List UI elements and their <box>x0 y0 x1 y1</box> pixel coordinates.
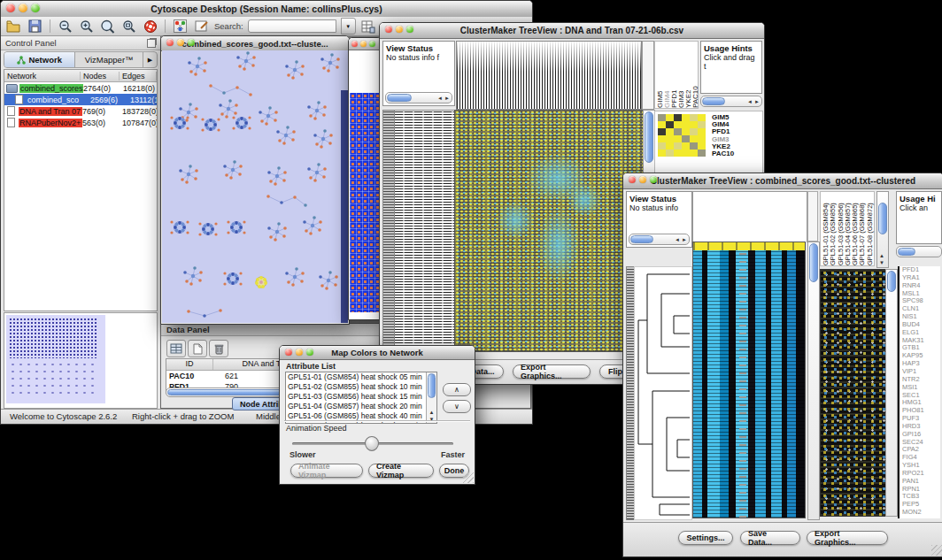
matrix-cell[interactable] <box>674 128 682 135</box>
gene-label[interactable]: MON2 <box>902 509 940 517</box>
scroll-left-icon[interactable]: ◄ <box>675 237 680 242</box>
matrix-cell[interactable] <box>682 128 690 135</box>
matrix-cell[interactable] <box>666 128 674 135</box>
matrix-cell[interactable] <box>690 135 698 142</box>
main-titlebar[interactable]: Cytoscape Desktop (Session Name: collins… <box>1 1 532 18</box>
tab-network[interactable]: Network <box>4 52 75 67</box>
matrix-cell[interactable] <box>690 150 698 157</box>
search-input[interactable] <box>248 19 336 33</box>
matrix-cell[interactable] <box>682 142 690 150</box>
matrix-cell[interactable] <box>690 128 698 135</box>
matrix-cell[interactable] <box>698 142 706 150</box>
scroll-thumb[interactable] <box>630 235 653 243</box>
delete-attribute-button[interactable] <box>209 340 228 357</box>
matrix-cell[interactable] <box>698 114 706 121</box>
tab-vizmapper[interactable]: VizMapper™ <box>75 52 143 67</box>
zoom-in-button[interactable] <box>78 19 95 35</box>
row-label[interactable]: PAC10 <box>712 150 734 157</box>
network-view-titlebar[interactable]: combined_scores_good.txt--cluste... <box>161 36 349 51</box>
view-status-hscrollbar[interactable]: ◄ ► <box>629 234 690 245</box>
column-edges[interactable]: Edges <box>120 72 157 81</box>
scroll-thumb[interactable] <box>878 203 887 234</box>
column-label[interactable]: PAC10 <box>692 43 699 108</box>
zoom-window-icon[interactable] <box>406 26 413 33</box>
matrix-cell[interactable] <box>674 121 682 128</box>
attribute-item[interactable]: GPL51-01 (GSM854) heat shock 05 min <box>286 372 436 382</box>
attribute-item[interactable]: GPL51-02 (GSM855) heat shock 10 min <box>286 382 436 392</box>
save-session-button[interactable] <box>27 19 43 35</box>
scroll-down-icon[interactable]: ▼ <box>879 260 884 265</box>
global-heatmap[interactable] <box>692 242 806 518</box>
scroll-left-icon[interactable]: ◄ <box>747 99 753 104</box>
matrix-cell[interactable] <box>666 114 674 121</box>
matrix-cell[interactable] <box>698 135 706 142</box>
minimize-icon[interactable] <box>296 349 303 356</box>
zoom-window-icon[interactable] <box>188 39 195 46</box>
close-icon[interactable] <box>385 26 392 33</box>
network-table-row[interactable]: combined_sco 2569(6) 13112(15) <box>4 94 157 105</box>
zoom-fit-button[interactable] <box>120 19 137 35</box>
attribute-browser-button[interactable] <box>360 19 377 35</box>
save-data-button[interactable]: Save Data... <box>740 531 800 545</box>
annotation-button[interactable] <box>193 19 210 35</box>
vizmapper-button[interactable] <box>172 19 189 35</box>
attribute-item[interactable]: GPL51-03 (GSM856) heat shock 15 min <box>286 392 436 402</box>
usage-hints-hscrollbar[interactable] <box>896 246 942 257</box>
scroll-right-icon[interactable]: ► <box>754 99 760 104</box>
export-graphics-button[interactable]: Export Graphics... <box>513 364 591 379</box>
matrix-cell[interactable] <box>682 150 690 157</box>
float-panel-icon[interactable] <box>147 39 156 48</box>
scroll-thumb[interactable] <box>428 373 436 398</box>
matrix-cell[interactable] <box>658 128 666 135</box>
scroll-up-icon[interactable]: ▲ <box>427 410 436 415</box>
zoom-matrix[interactable] <box>658 114 706 157</box>
matrix-cell[interactable] <box>690 114 698 121</box>
matrix-cell[interactable] <box>658 150 666 157</box>
attribute-item[interactable]: GPL51-04 (GSM857) heat shock 20 min <box>286 402 436 411</box>
matrix-cell[interactable] <box>666 142 674 150</box>
zoom-window-icon[interactable] <box>306 349 313 356</box>
matrix-cell[interactable] <box>682 135 690 142</box>
close-icon[interactable] <box>166 39 174 46</box>
matrix-cell[interactable] <box>674 114 682 121</box>
network-table-row[interactable]: RNAPuberNov2+ 563(0) 107847(0) <box>4 117 157 128</box>
resize-grip[interactable] <box>463 472 474 483</box>
usage-hints-hscrollbar[interactable]: ◄ ► <box>700 96 762 107</box>
row-dendrogram[interactable] <box>634 266 692 520</box>
close-icon[interactable] <box>629 176 636 183</box>
network-canvas[interactable] <box>162 50 348 323</box>
matrix-cell[interactable] <box>698 121 706 128</box>
matrix-cell[interactable] <box>698 128 706 135</box>
scroll-left-icon[interactable]: ◄ <box>437 96 443 101</box>
new-attribute-button[interactable] <box>188 340 207 357</box>
matrix-cell[interactable] <box>666 121 674 128</box>
zoom-window-icon[interactable] <box>31 4 40 12</box>
column-network[interactable]: Network <box>4 72 81 81</box>
scroll-thumb[interactable] <box>809 243 818 282</box>
column-id[interactable]: ID <box>166 359 213 370</box>
minimize-icon[interactable] <box>360 41 367 47</box>
heatmap-vscrollbar[interactable] <box>807 242 820 520</box>
create-vizmap-button[interactable]: Create Vizmap <box>368 464 434 478</box>
scroll-thumb[interactable] <box>645 111 653 163</box>
close-icon[interactable] <box>285 349 292 356</box>
network-table-row[interactable]: combined_scores 2764(0) 16218(0) <box>4 82 157 94</box>
scroll-thumb[interactable] <box>387 94 412 102</box>
open-session-button[interactable] <box>5 19 22 35</box>
zoom-heatmap[interactable] <box>820 269 886 517</box>
matrix-cell[interactable] <box>658 142 666 150</box>
network-table-row[interactable]: DNA and Tran 07 769(0) 183728(0) <box>4 105 157 117</box>
matrix-cell[interactable] <box>666 135 674 142</box>
matrix-cell[interactable] <box>658 135 666 142</box>
scroll-thumb[interactable] <box>887 271 896 292</box>
resize-grip[interactable] <box>931 545 942 556</box>
global-heatmap[interactable] <box>454 110 644 352</box>
zoom-heatmap-vscrollbar[interactable] <box>885 269 898 517</box>
scroll-track-upper[interactable] <box>807 191 818 242</box>
dendrogram-scroll-strip[interactable] <box>642 41 654 110</box>
network-view-2-titlebar[interactable] <box>349 38 381 50</box>
matrix-cell[interactable] <box>674 142 682 150</box>
show-table-button[interactable] <box>166 340 186 357</box>
treeview2-titlebar[interactable]: ClusterMaker TreeView : combined_scores_… <box>623 173 942 189</box>
minimize-icon[interactable] <box>639 176 646 183</box>
